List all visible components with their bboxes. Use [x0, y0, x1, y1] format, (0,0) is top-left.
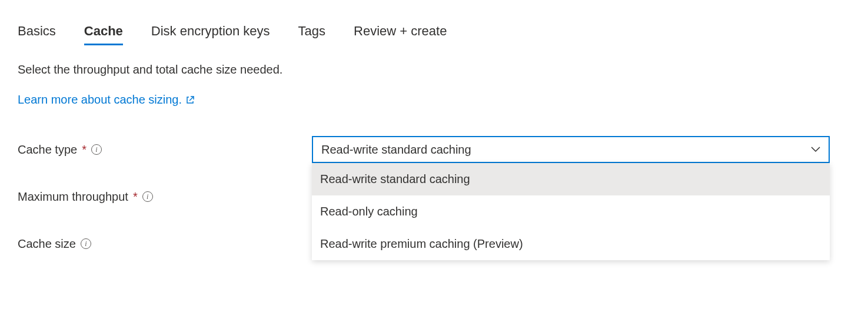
info-icon[interactable]: i: [81, 238, 91, 249]
cache-type-select[interactable]: Read-write standard caching: [312, 136, 830, 163]
learn-more-text: Learn more about cache sizing.: [18, 93, 182, 107]
max-throughput-label: Maximum throughput * i: [18, 190, 312, 204]
external-link-icon: [185, 95, 195, 105]
tab-cache[interactable]: Cache: [84, 24, 123, 45]
dropdown-option-read-only[interactable]: Read-only caching: [312, 195, 830, 228]
max-throughput-label-text: Maximum throughput: [18, 190, 128, 204]
tabs-bar: Basics Cache Disk encryption keys Tags R…: [18, 24, 850, 45]
form-area: Cache type * i Read-write standard cachi…: [18, 136, 850, 257]
dropdown-option-read-write-standard[interactable]: Read-write standard caching: [312, 163, 830, 195]
learn-more-link[interactable]: Learn more about cache sizing.: [18, 93, 195, 107]
info-icon[interactable]: i: [142, 191, 153, 202]
tab-disk-encryption-keys[interactable]: Disk encryption keys: [151, 24, 270, 45]
info-icon[interactable]: i: [91, 144, 102, 155]
cache-type-selected-value: Read-write standard caching: [321, 143, 471, 157]
cache-type-dropdown: Read-write standard caching Read-only ca…: [312, 163, 830, 260]
required-indicator: *: [133, 190, 138, 204]
dropdown-option-read-write-premium[interactable]: Read-write premium caching (Preview): [312, 228, 830, 260]
required-indicator: *: [82, 143, 87, 157]
cache-type-label-text: Cache type: [18, 143, 77, 157]
tab-tags[interactable]: Tags: [298, 24, 325, 45]
cache-size-label: Cache size i: [18, 237, 312, 251]
page-description: Select the throughput and total cache si…: [18, 63, 850, 77]
tab-basics[interactable]: Basics: [18, 24, 56, 45]
tab-review-create[interactable]: Review + create: [354, 24, 447, 45]
cache-type-label: Cache type * i: [18, 143, 312, 157]
cache-size-label-text: Cache size: [18, 237, 76, 251]
cache-type-select-wrapper: Read-write standard caching Read-write s…: [312, 136, 830, 163]
chevron-down-icon: [811, 147, 820, 152]
